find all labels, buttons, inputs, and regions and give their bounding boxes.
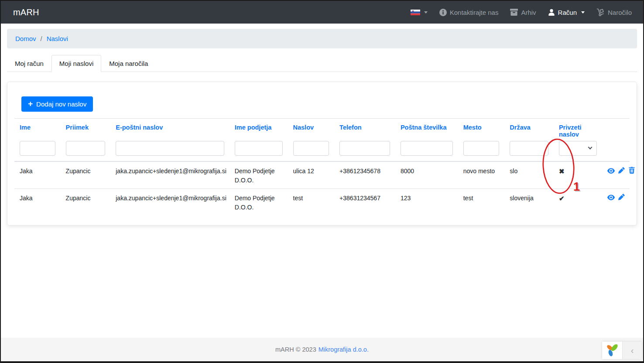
pencil-icon bbox=[618, 194, 625, 200]
eye-icon bbox=[607, 168, 615, 174]
filter-naslov-input[interactable] bbox=[293, 141, 329, 156]
chevron-down-icon bbox=[581, 11, 585, 14]
default-check-icon: ✔ bbox=[559, 195, 565, 202]
nav-item-archive[interactable]: Arhiv bbox=[510, 9, 536, 16]
view-address-button[interactable] bbox=[607, 195, 615, 200]
eye-icon bbox=[607, 195, 615, 200]
cell-telefon: +38612345678 bbox=[334, 161, 395, 189]
cell-email: jaka.zupancic+sledenje1@mikrografija.si bbox=[110, 189, 230, 216]
cell-ime: Jaka bbox=[14, 161, 61, 189]
edit-address-button[interactable] bbox=[618, 194, 625, 200]
cell-priimek: Zupancic bbox=[61, 189, 111, 216]
app-brand[interactable]: mARH bbox=[13, 7, 39, 17]
hand-truck-icon bbox=[596, 8, 605, 16]
cell-telefon: +38631234567 bbox=[334, 189, 395, 216]
table-filter-row bbox=[14, 140, 630, 161]
slovenia-flag-icon bbox=[411, 10, 420, 15]
filter-drzava-input[interactable] bbox=[510, 141, 548, 156]
archive-icon bbox=[510, 9, 518, 16]
filter-priimek-input[interactable] bbox=[66, 141, 106, 156]
filter-email-input[interactable] bbox=[116, 141, 224, 156]
main-content: Domov / Naslovi Moj račun Moji naslovi M… bbox=[1, 24, 643, 338]
col-header-naslov[interactable]: Naslov bbox=[288, 119, 335, 140]
filter-podjetje-input[interactable] bbox=[235, 141, 283, 156]
col-header-ime[interactable]: Ime bbox=[14, 119, 61, 140]
col-header-email[interactable]: E-poštni naslov bbox=[110, 119, 230, 140]
filter-telefon-input[interactable] bbox=[339, 141, 390, 156]
account-tabs: Moj račun Moji naslovi Moja naročila bbox=[7, 55, 637, 72]
corner-widget: ‹ bbox=[602, 342, 642, 359]
language-dropdown[interactable] bbox=[411, 10, 428, 15]
table-row: Jaka Zupancic jaka.zupancic+sledenje1@mi… bbox=[14, 189, 630, 216]
filter-mesto-input[interactable] bbox=[463, 141, 500, 156]
top-navbar: mARH Kontaktirajte nas bbox=[1, 1, 643, 24]
add-address-button[interactable]: + Dodaj nov naslov bbox=[21, 96, 93, 112]
col-header-actions bbox=[602, 119, 630, 140]
mikrografija-logo-button[interactable] bbox=[602, 342, 622, 359]
breadcrumb-separator: / bbox=[41, 35, 42, 42]
filter-privzeti-select[interactable] bbox=[559, 141, 597, 156]
cell-drzava: slovenija bbox=[504, 189, 554, 216]
addresses-table: Ime Priimek E-poštni naslov Ime podjetja… bbox=[14, 118, 630, 216]
page-footer: mARH © 2023 Mikrografija d.o.o. bbox=[1, 338, 643, 361]
cell-drzava: slo bbox=[504, 161, 554, 189]
addresses-card: + Dodaj nov naslov Ime Priimek E-poštni … bbox=[7, 82, 637, 226]
breadcrumb: Domov / Naslovi bbox=[7, 29, 637, 48]
trash-icon bbox=[629, 167, 635, 174]
edit-address-button[interactable] bbox=[618, 167, 625, 174]
tab-moj-racun[interactable]: Moj račun bbox=[7, 55, 51, 72]
delete-address-button[interactable] bbox=[629, 167, 635, 174]
cell-priimek: Zupancic bbox=[61, 161, 111, 189]
mikrografija-logo-icon bbox=[605, 343, 620, 357]
col-header-privzeti[interactable]: Privzeti naslov bbox=[554, 119, 602, 140]
col-header-priimek[interactable]: Priimek bbox=[61, 119, 111, 140]
view-address-button[interactable] bbox=[607, 168, 615, 174]
col-header-posta[interactable]: Poštna številka bbox=[395, 119, 458, 140]
navbar-menu: Kontaktirajte nas Arhiv Račun bbox=[411, 8, 632, 16]
table-row: Jaka Zupancic jaka.zupancic+sledenje1@mi… bbox=[14, 161, 630, 189]
cell-email: jaka.zupancic+sledenje1@mikrografija.si bbox=[110, 161, 230, 189]
pencil-icon bbox=[618, 167, 625, 174]
cell-podjetje: Demo Podjetje D.O.O. bbox=[230, 189, 288, 216]
nav-item-contact[interactable]: Kontaktirajte nas bbox=[439, 9, 499, 16]
cell-naslov: test bbox=[288, 189, 335, 216]
nav-item-order[interactable]: Naročilo bbox=[596, 8, 632, 16]
cell-mesto: novo mesto bbox=[458, 161, 505, 189]
filter-ime-input[interactable] bbox=[20, 141, 55, 156]
breadcrumb-home-link[interactable]: Domov bbox=[15, 35, 36, 42]
cell-posta: 8000 bbox=[395, 161, 458, 189]
tab-moji-naslovi[interactable]: Moji naslovi bbox=[51, 55, 101, 72]
plus-icon: + bbox=[28, 99, 33, 108]
tab-moja-narocila[interactable]: Moja naročila bbox=[101, 55, 156, 72]
col-header-drzava[interactable]: Država bbox=[504, 119, 554, 140]
col-header-mesto[interactable]: Mesto bbox=[458, 119, 505, 140]
table-header-row: Ime Priimek E-poštni naslov Ime podjetja… bbox=[14, 119, 630, 140]
person-icon bbox=[548, 9, 555, 16]
breadcrumb-current-link[interactable]: Naslovi bbox=[47, 35, 68, 42]
footer-company-link[interactable]: Mikrografija d.o.o. bbox=[319, 346, 369, 353]
chevron-left-icon: ‹ bbox=[631, 346, 634, 356]
cell-podjetje: Demo Podjetje D.O.O. bbox=[230, 161, 288, 189]
cell-posta: 123 bbox=[395, 189, 458, 216]
nav-item-account[interactable]: Račun bbox=[548, 9, 585, 16]
col-header-podjetje[interactable]: Ime podjetja bbox=[230, 119, 288, 140]
widget-collapse-button[interactable]: ‹ bbox=[622, 342, 642, 359]
footer-copyright: mARH © 2023 bbox=[275, 346, 316, 353]
not-default-x-icon: ✖ bbox=[559, 168, 565, 175]
cell-ime: Jaka bbox=[14, 189, 61, 216]
filter-posta-input[interactable] bbox=[401, 141, 453, 156]
info-circle-icon bbox=[439, 9, 447, 16]
cell-mesto: test bbox=[458, 189, 505, 216]
cell-naslov: ulica 12 bbox=[288, 161, 335, 189]
col-header-telefon[interactable]: Telefon bbox=[334, 119, 395, 140]
chevron-down-icon bbox=[424, 11, 428, 14]
